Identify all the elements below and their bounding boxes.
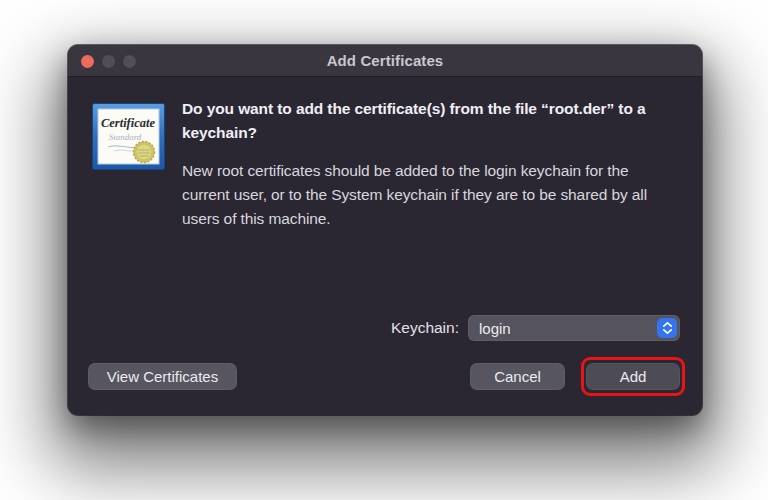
zoom-button[interactable] [123,55,136,68]
keychain-select[interactable]: login [468,315,680,341]
keychain-row: Keychain: login [391,315,680,341]
traffic-lights [81,45,136,77]
heading-line-1: Do you want to add the certificate(s) fr… [182,97,682,121]
keychain-selected-value: login [468,320,511,337]
annotation-highlight: Add [581,357,685,396]
view-certificates-button[interactable]: View Certificates [88,363,237,390]
window-title: Add Certificates [327,52,444,69]
cancel-button[interactable]: Cancel [470,363,565,390]
add-certificates-dialog: Add Certificates Certificate Standard [68,45,702,415]
minimize-button[interactable] [102,55,115,68]
keychain-label: Keychain: [391,319,459,337]
body-line-1: New root certificates should be added to… [182,159,682,183]
close-button[interactable] [81,55,94,68]
certificate-icon: Certificate Standard [92,103,165,170]
certificate-icon-title: Certificate [101,116,156,130]
dropdown-stepper-icon [657,318,677,338]
dialog-text: Do you want to add the certificate(s) fr… [182,97,682,231]
body-line-2: current user, or to the System keychain … [182,183,682,207]
gold-seal [134,142,155,163]
certificate-icon-subtitle: Standard [109,132,142,142]
heading-line-2: keychain? [182,121,682,145]
dialog-body: New root certificates should be added to… [182,159,682,231]
add-button[interactable]: Add [586,363,680,390]
dialog-heading: Do you want to add the certificate(s) fr… [182,97,682,145]
screenshot-canvas: Add Certificates Certificate Standard [0,0,768,500]
body-line-3: users of this machine. [182,207,682,231]
titlebar[interactable]: Add Certificates [68,45,702,77]
